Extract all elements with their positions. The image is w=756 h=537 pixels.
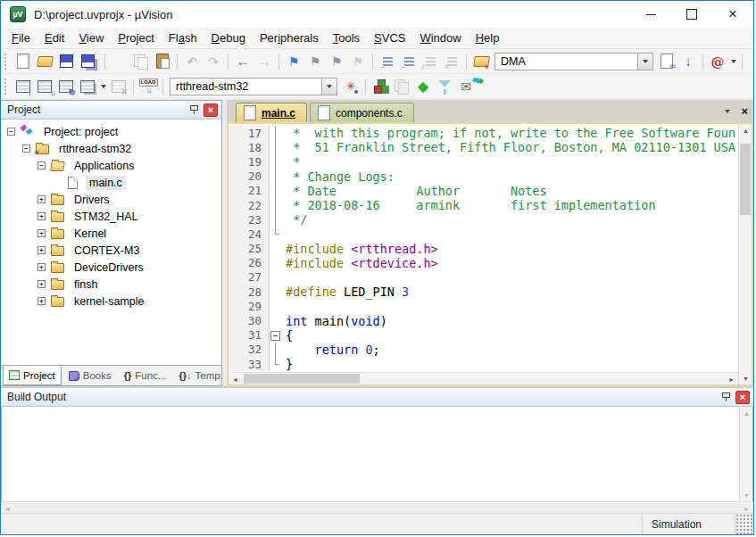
find-button[interactable] bbox=[657, 52, 677, 71]
tree-expander-icon[interactable]: + bbox=[37, 246, 46, 254]
navigate-back-button[interactable]: ← bbox=[233, 52, 253, 71]
tree-item-devicedrivers[interactable]: +DeviceDrivers bbox=[1, 259, 221, 276]
scroll-left-icon[interactable] bbox=[228, 373, 242, 385]
statement-dropdown-icon[interactable] bbox=[728, 52, 738, 71]
pin-icon[interactable] bbox=[187, 103, 201, 117]
editor-tab-main-c[interactable]: main.c bbox=[236, 103, 307, 122]
tree-item-finsh[interactable]: +finsh bbox=[1, 276, 221, 293]
prev-bookmark-button[interactable]: ⚑ bbox=[327, 52, 346, 71]
code-editor[interactable]: 17 * with this program; if not, write to… bbox=[228, 124, 738, 372]
redo-button[interactable]: ↷ bbox=[204, 52, 223, 71]
tree-item-cortex-m3[interactable]: +CORTEX-M3 bbox=[1, 242, 221, 259]
download-button[interactable] bbox=[138, 77, 158, 96]
menu-debug[interactable]: Debug bbox=[204, 29, 253, 47]
save-button[interactable] bbox=[56, 52, 76, 71]
editor-tab-components-c[interactable]: components.c bbox=[310, 103, 414, 122]
tree-expander-icon[interactable]: − bbox=[7, 128, 15, 136]
menu-edit[interactable]: Edit bbox=[37, 29, 71, 47]
minimize-button[interactable] bbox=[630, 2, 671, 28]
tree-expander-icon[interactable]: + bbox=[37, 297, 46, 305]
scroll-up-icon[interactable] bbox=[739, 124, 752, 136]
copy-button[interactable] bbox=[131, 52, 151, 71]
pack-installer-button[interactable] bbox=[456, 77, 476, 96]
insert-breakpoint-button[interactable]: ● bbox=[747, 52, 753, 71]
manage-rte-button[interactable] bbox=[370, 77, 390, 96]
build-output-vertical-scrollbar[interactable] bbox=[739, 407, 752, 501]
menu-peripherals[interactable]: Peripherals bbox=[253, 29, 326, 47]
tree-expander-icon[interactable]: + bbox=[37, 195, 46, 203]
clear-bookmarks-button[interactable]: ⚑ bbox=[348, 52, 368, 71]
menu-window[interactable]: Window bbox=[412, 29, 468, 47]
manage-windows-button[interactable] bbox=[392, 77, 411, 96]
tree-expander-icon[interactable]: + bbox=[37, 229, 46, 237]
tree-item-applications[interactable]: −Applications bbox=[1, 157, 221, 174]
close-button[interactable] bbox=[712, 2, 753, 28]
cut-button[interactable] bbox=[110, 52, 129, 71]
stop-build-button[interactable] bbox=[109, 77, 129, 96]
resize-grip[interactable] bbox=[735, 514, 753, 534]
paste-button[interactable] bbox=[153, 52, 172, 71]
incremental-find-button[interactable]: ↓ bbox=[678, 52, 698, 71]
scroll-down-icon[interactable] bbox=[740, 489, 753, 501]
project-panel-close-icon[interactable] bbox=[204, 103, 218, 117]
build-output-close-icon[interactable] bbox=[735, 391, 750, 404]
indent-button[interactable] bbox=[378, 52, 397, 71]
target-combo-dropdown-icon[interactable] bbox=[321, 78, 336, 95]
menu-flash[interactable]: Flash bbox=[162, 29, 204, 47]
insert-bookmark-button[interactable]: ⚑ bbox=[284, 52, 303, 71]
tree-item-rtthread-stm32[interactable]: −✳rtthread-stm32 bbox=[1, 140, 221, 157]
build-button[interactable] bbox=[35, 77, 54, 96]
tree-item-drivers[interactable]: +Drivers bbox=[1, 191, 221, 208]
select-packs-button[interactable] bbox=[435, 77, 454, 96]
next-bookmark-button[interactable]: ⚑ bbox=[305, 52, 325, 71]
search-combo[interactable]: DMA bbox=[494, 53, 653, 70]
tree-expander-icon[interactable]: + bbox=[37, 212, 46, 220]
menu-svcs[interactable]: SVCS bbox=[367, 29, 412, 47]
scroll-down-icon[interactable] bbox=[739, 372, 752, 384]
tree-expander-icon[interactable]: + bbox=[37, 263, 46, 271]
translate-button[interactable] bbox=[13, 77, 33, 96]
navigate-forward-button[interactable]: → bbox=[254, 52, 274, 71]
manage-project-items-button[interactable]: ◆ bbox=[413, 77, 433, 96]
open-file-button[interactable] bbox=[35, 52, 54, 71]
editor-hscroll-track[interactable] bbox=[242, 373, 725, 384]
tab-books[interactable]: Books bbox=[63, 366, 117, 385]
scroll-right-icon[interactable] bbox=[725, 373, 738, 385]
maximize-button[interactable] bbox=[671, 2, 712, 28]
close-document-icon[interactable] bbox=[741, 106, 748, 117]
editor-vscroll-track[interactable] bbox=[739, 136, 752, 372]
menu-file[interactable]: File bbox=[4, 29, 37, 47]
tree-item-main-c[interactable]: main.c bbox=[1, 174, 221, 191]
rebuild-button[interactable] bbox=[56, 77, 76, 96]
comment-button[interactable] bbox=[420, 52, 440, 71]
title-bar[interactable]: µV D:\project.uvprojx - µVision bbox=[1, 1, 753, 28]
editor-horizontal-scrollbar[interactable] bbox=[228, 372, 738, 384]
tree-expander-icon[interactable]: + bbox=[37, 280, 46, 288]
pin-icon[interactable] bbox=[719, 391, 733, 404]
target-combo[interactable]: rtthread-stm32 bbox=[170, 78, 337, 95]
menu-project[interactable]: Project bbox=[111, 29, 161, 47]
search-combo-dropdown-icon[interactable] bbox=[637, 54, 652, 70]
fold-toggle-icon[interactable] bbox=[270, 328, 281, 343]
tab-func[interactable]: {}Func... bbox=[119, 366, 172, 385]
target-options-button[interactable]: ✳ bbox=[341, 77, 361, 96]
menu-view[interactable]: View bbox=[71, 29, 111, 47]
menu-help[interactable]: Help bbox=[469, 29, 507, 47]
tree-expander-icon[interactable]: − bbox=[37, 161, 46, 169]
menu-tools[interactable]: Tools bbox=[326, 29, 367, 47]
tree-item-kernel[interactable]: +Kernel bbox=[1, 225, 221, 242]
undo-button[interactable]: ↶ bbox=[182, 52, 202, 71]
tab-project[interactable]: Project bbox=[3, 366, 62, 385]
document-list-dropdown-icon[interactable] bbox=[722, 102, 732, 121]
editor-hscroll-thumb[interactable] bbox=[244, 374, 360, 384]
tree-expander-icon[interactable]: − bbox=[22, 145, 30, 153]
scroll-up-icon[interactable] bbox=[740, 407, 753, 419]
uncomment-button[interactable] bbox=[442, 52, 461, 71]
editor-vscroll-thumb[interactable] bbox=[740, 144, 751, 215]
show-current-statement-button[interactable]: @ bbox=[708, 52, 727, 71]
save-all-button[interactable] bbox=[78, 52, 97, 71]
build-output-horizontal-scrollbar[interactable] bbox=[1, 501, 753, 513]
new-file-button[interactable] bbox=[13, 52, 33, 71]
editor-vertical-scrollbar[interactable] bbox=[738, 124, 752, 384]
find-in-files-button[interactable] bbox=[471, 52, 491, 71]
